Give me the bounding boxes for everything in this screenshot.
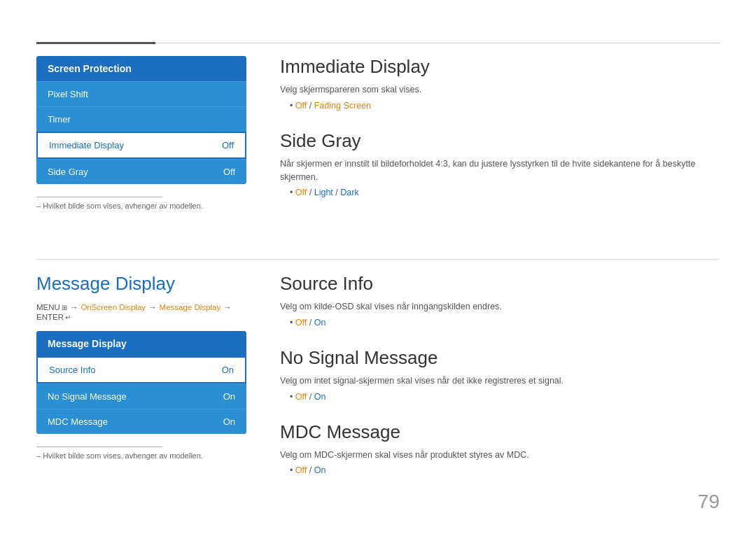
side-gray-label: Side Gray	[48, 167, 88, 177]
light-line	[155, 43, 720, 43]
menu-item-immediate-display[interactable]: Immediate Display Off	[36, 132, 246, 159]
immediate-off-link: Off	[295, 101, 307, 111]
side-gray-section: Side Gray Når skjermen er innstilt til b…	[280, 130, 720, 198]
mdc-desc: Velg om MDC-skjermen skal vises når prod…	[280, 449, 720, 462]
side-gray-light-link: Light	[314, 188, 333, 197]
side-gray-off-link: Off	[295, 188, 307, 197]
mdc-title: MDC Message	[280, 421, 720, 443]
mdc-message-value: On	[223, 416, 235, 427]
immediate-display-value: Off	[222, 140, 234, 150]
breadcrumb-onscreen: OnScreen Display	[80, 303, 146, 311]
side-gray-title: Side Gray	[280, 130, 720, 152]
message-display-menu: Message Display Source Info On No Signal…	[36, 331, 246, 434]
message-display-section: Message Display MENU ⊞ → OnScreen Displa…	[36, 273, 246, 460]
mdc-bullets: Off / On	[280, 465, 720, 475]
immediate-sep1: /	[307, 101, 314, 111]
menu-item-timer[interactable]: Timer	[36, 106, 246, 132]
breadcrumb-enter: ENTER	[36, 313, 64, 321]
immediate-display-desc: Velg skjermspareren som skal vises.	[280, 83, 720, 97]
mdc-bullet: Off / On	[290, 465, 720, 475]
breadcrumb: MENU ⊞ → OnScreen Display → Message Disp…	[36, 303, 246, 321]
source-sep: /	[307, 318, 314, 328]
pixel-shift-label: Pixel Shift	[48, 89, 88, 99]
immediate-display-bullet: Off / Fading Screen	[290, 101, 720, 111]
no-signal-label: No Signal Message	[48, 391, 127, 402]
arrow-1: →	[70, 303, 78, 311]
dark-line	[36, 42, 155, 44]
footnote-2: – Hvilket bilde som vises, avhenger av m…	[36, 451, 246, 460]
source-info-desc: Velg om kilde-OSD skal vises når inngang…	[280, 300, 720, 314]
source-info-label: Source Info	[49, 365, 96, 375]
mdc-message-section: MDC Message Velg om MDC-skjermen skal vi…	[280, 421, 720, 476]
no-signal-bullets: Off / On	[280, 392, 720, 402]
mdc-sep: /	[307, 465, 314, 475]
immediate-display-bullets: Off / Fading Screen	[280, 101, 720, 111]
footnote-line-1	[36, 197, 162, 197]
source-info-bullet: Off / On	[290, 318, 720, 328]
mdc-message-label: MDC Message	[48, 416, 108, 427]
separator-line	[36, 259, 720, 260]
side-gray-bullets: Off / Light / Dark	[280, 188, 720, 197]
screen-protection-header: Screen Protection	[36, 56, 246, 81]
source-info-title: Source Info	[280, 273, 720, 295]
source-off-link: Off	[295, 318, 307, 328]
right-panel-bottom: Source Info Velg om kilde-OSD skal vises…	[280, 273, 720, 475]
no-signal-off-link: Off	[295, 392, 307, 402]
side-gray-sep2: /	[333, 188, 340, 197]
right-panel-top: Immediate Display Velg skjermspareren so…	[280, 56, 720, 197]
no-signal-bullet: Off / On	[290, 392, 720, 402]
no-signal-section: No Signal Message Velg om intet signal-s…	[280, 347, 720, 402]
side-gray-dark-link: Dark	[340, 188, 358, 197]
breadcrumb-menu: MENU	[36, 303, 60, 311]
arrow-2: →	[148, 303, 157, 311]
immediate-display-title: Immediate Display	[280, 56, 720, 78]
side-gray-sep1: /	[307, 188, 314, 197]
no-signal-value: On	[223, 391, 235, 402]
menu-item-pixel-shift[interactable]: Pixel Shift	[36, 81, 246, 106]
screen-protection-menu: Screen Protection Pixel Shift Timer Imme…	[36, 56, 246, 184]
immediate-display-label: Immediate Display	[49, 140, 124, 150]
footnote-line-2	[36, 447, 162, 447]
mdc-on-link: On	[314, 465, 326, 475]
menu-item-source-info[interactable]: Source Info On	[36, 356, 246, 384]
side-gray-desc: Når skjermen er innstilt til bildeforhol…	[280, 157, 720, 184]
message-display-menu-header: Message Display	[36, 331, 246, 356]
source-on-link: On	[314, 318, 326, 328]
mdc-off-link: Off	[295, 465, 307, 475]
no-signal-sep: /	[307, 392, 314, 402]
menu-item-side-gray[interactable]: Side Gray Off	[36, 159, 246, 184]
timer-label: Timer	[48, 114, 71, 125]
page-number: 79	[698, 491, 720, 513]
menu-item-mdc-message[interactable]: MDC Message On	[36, 409, 246, 434]
no-signal-desc: Velg om intet signal-skjermen skal vises…	[280, 374, 720, 388]
enter-icon: ↵	[65, 314, 71, 321]
no-signal-on-link: On	[314, 392, 326, 402]
menu-icon: ⊞	[62, 304, 67, 311]
breadcrumb-message: Message Display	[160, 303, 221, 311]
message-display-main-title: Message Display	[36, 273, 246, 295]
immediate-fading-link: Fading Screen	[314, 101, 371, 111]
source-info-bullets: Off / On	[280, 318, 720, 328]
screen-protection-panel: Screen Protection Pixel Shift Timer Imme…	[36, 56, 246, 210]
footnote-1: – Hvilket bilde som vises, avhenger av m…	[36, 202, 246, 210]
side-gray-value: Off	[223, 167, 235, 177]
side-gray-bullet: Off / Light / Dark	[290, 188, 720, 197]
top-decoration	[36, 42, 720, 44]
source-info-value: On	[222, 365, 234, 375]
no-signal-title: No Signal Message	[280, 347, 720, 369]
arrow-3: →	[223, 303, 232, 311]
menu-item-no-signal-message[interactable]: No Signal Message On	[36, 384, 246, 409]
